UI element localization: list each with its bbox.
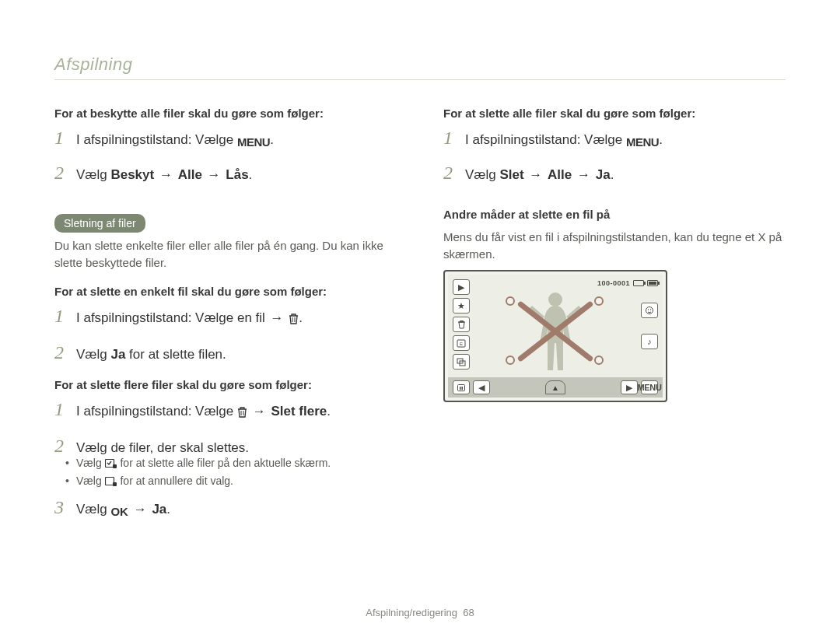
step-number: 2 <box>54 342 68 363</box>
svg-rect-2 <box>105 478 114 485</box>
camera-play-icon: ▶ <box>453 279 470 295</box>
protect-all-intro: For at beskytte alle filer skal du gøre … <box>54 107 397 120</box>
step-text: Vælg de filer, der skal slettes. <box>76 439 397 457</box>
step-bold: Ja <box>596 167 611 182</box>
step-number: 3 <box>54 497 68 518</box>
menu-icon: MENU <box>237 134 270 150</box>
delete-intro-text: Du kan slette enkelte filer eller alle f… <box>54 237 397 271</box>
svg-point-9 <box>648 310 649 310</box>
bullet-prefix: Vælg <box>76 475 105 487</box>
delete-one-step-2: 2 Vælg Ja for at slette filen. <box>54 342 397 364</box>
svg-rect-14 <box>462 387 464 390</box>
camera-status-bar: 100-0001 <box>597 279 658 287</box>
step-number: 2 <box>443 163 457 184</box>
step-bold: Alle <box>178 167 202 182</box>
step-bold: Lås <box>226 167 248 182</box>
svg-point-10 <box>650 310 651 310</box>
camera-next-icon: ▶ <box>621 380 638 394</box>
step-number: 2 <box>54 163 68 184</box>
svg-rect-1 <box>113 464 117 468</box>
step-prefix: Vælg <box>465 167 499 182</box>
menu-icon: MENU <box>626 134 659 150</box>
step-bold: Ja <box>110 347 125 362</box>
camera-left-toolbar: ▶ ★ E <box>453 279 470 370</box>
delete-multi-step-1: 1 I afspilningstilstand: Vælge → Slet fl… <box>54 399 397 423</box>
step-tail: for at slette filen. <box>125 347 226 362</box>
bullet-tail: for at annullere dit valg. <box>117 475 233 487</box>
x-gesture-endpoint <box>594 296 604 306</box>
x-gesture-endpoint <box>506 296 515 306</box>
section-rule <box>54 79 786 80</box>
breadcrumb: Afspilning <box>54 54 786 75</box>
camera-thumb-icon <box>453 354 470 370</box>
ok-icon: OK <box>110 503 128 520</box>
svg-rect-13 <box>460 387 461 390</box>
arrow-icon: → <box>158 167 174 182</box>
camera-screen-illustration: 100-0001 ▶ ★ E <box>443 270 667 402</box>
footer-section: Afspilning/redigering <box>366 607 457 618</box>
svg-rect-12 <box>458 384 465 391</box>
trash-icon <box>289 311 299 330</box>
arrow-icon: → <box>527 167 544 182</box>
battery-icon-full <box>647 280 658 286</box>
arrow-icon: → <box>206 167 222 182</box>
camera-right-toolbar: ♪ <box>641 303 658 349</box>
select-all-icon <box>105 459 117 471</box>
svg-text:E: E <box>460 342 463 346</box>
delete-heading-pill: Sletning af filer <box>54 214 145 233</box>
delete-all-intro: For at slette alle filer skal du gøre so… <box>443 107 786 120</box>
other-delete-heading: Andre måder at slette en fil på <box>443 208 786 221</box>
step-number: 1 <box>443 128 457 149</box>
x-gesture-endpoint <box>594 356 604 365</box>
svg-point-11 <box>548 292 562 306</box>
camera-face-icon <box>641 303 658 318</box>
file-counter: 100-0001 <box>597 279 630 287</box>
camera-note-icon: ♪ <box>641 334 658 349</box>
svg-rect-3 <box>113 482 117 486</box>
other-delete-body: Mens du får vist en fil i afspilningstil… <box>443 229 786 263</box>
delete-multi-step-3: 3 Vælg OK → Ja. <box>54 497 397 520</box>
left-column: For at beskytte alle filer skal du gøre … <box>54 100 397 532</box>
bullet-item: Vælg for at slette alle filer på den akt… <box>76 457 397 471</box>
delete-all-step-1: 1 I afspilningstilstand: Vælge MENU. <box>443 128 786 150</box>
protect-step-1: 1 I afspilningstilstand: Vælge MENU. <box>54 128 397 150</box>
camera-trash-icon <box>453 317 470 332</box>
x-gesture-endpoint <box>506 356 515 365</box>
delete-multi-step-2: 2 Vælg de filer, der skal slettes. <box>54 436 397 457</box>
step-text: I afspilningstilstand: Vælge <box>465 132 626 147</box>
sub-bullets: Vælg for at slette alle filer på den akt… <box>54 457 397 489</box>
step-bold: Alle <box>548 167 572 182</box>
step-tail: . <box>327 404 331 419</box>
footer-page-number: 68 <box>463 607 474 618</box>
delete-one-intro: For at slette en enkelt fil skal du gøre… <box>54 285 397 298</box>
step-number: 2 <box>54 436 68 457</box>
step-tail: . <box>611 167 614 182</box>
camera-star-icon: ★ <box>453 298 470 313</box>
bullet-tail: for at slette alle filer på den aktuelle… <box>117 457 331 469</box>
step-tail: . <box>166 502 170 517</box>
step-text-tail: . <box>270 132 274 147</box>
step-prefix: Vælg <box>76 167 110 182</box>
step-tail: . <box>299 310 303 325</box>
step-bold: Beskyt <box>110 167 154 182</box>
delete-one-step-1: 1 I afspilningstilstand: Vælge en fil → … <box>54 306 397 330</box>
delete-multi-intro: For at slette flere filer skal du gøre s… <box>54 378 397 391</box>
camera-home-icon: ▲ <box>545 380 565 394</box>
arrow-icon: → <box>132 502 149 517</box>
delete-all-step-2: 2 Vælg Slet → Alle → Ja. <box>443 163 786 184</box>
camera-info-icon <box>453 380 470 394</box>
step-number: 1 <box>54 128 68 149</box>
camera-menu-icon: MENU <box>641 380 658 394</box>
step-text: I afspilningstilstand: Vælge <box>76 132 237 147</box>
arrow-icon: → <box>251 404 268 419</box>
step-text: I afspilningstilstand: Vælge en fil <box>76 310 269 325</box>
page-footer: Afspilning/redigering 68 <box>0 607 840 618</box>
arrow-icon: → <box>576 167 592 182</box>
step-tail: . <box>659 132 663 147</box>
step-number: 1 <box>54 306 68 327</box>
right-column: For at slette alle filer skal du gøre so… <box>443 100 786 532</box>
step-bold: Slet <box>499 167 523 182</box>
step-number: 1 <box>54 399 68 420</box>
deselect-icon <box>105 477 117 489</box>
step-bold: Slet flere <box>271 404 327 419</box>
